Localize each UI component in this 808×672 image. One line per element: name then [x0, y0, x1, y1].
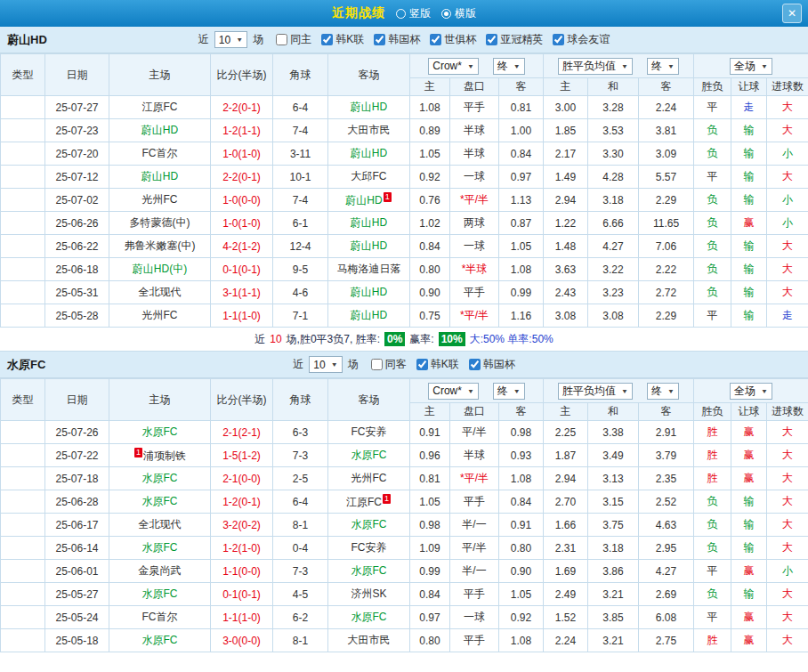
asian-home-odds-cell: 0.91 — [410, 421, 450, 444]
filter-checkbox[interactable]: 亚冠精英 — [486, 32, 543, 47]
checkbox-label: 亚冠精英 — [500, 32, 543, 47]
layout-radio-horizontal[interactable]: 横版 — [441, 6, 476, 21]
date-cell: 25-05-24 — [45, 606, 109, 629]
result-goals-cell: 大 — [767, 96, 808, 119]
team-name-text: 蔚山HD(中) — [133, 263, 187, 275]
odds-company-select[interactable]: Crow* ▼ — [428, 58, 479, 75]
asian-away-odds-cell: 1.08 — [499, 629, 544, 652]
corner-cell: 10-1 — [273, 166, 328, 189]
asian-odds-controls: Crow* ▼ 终 ▼ — [410, 379, 544, 403]
result-goals-cell: 大 — [767, 166, 808, 189]
filter-checkbox[interactable]: 同客 — [371, 357, 407, 372]
result-wdl-cell: 负 — [694, 258, 731, 281]
corner-cell: 6-4 — [273, 96, 328, 119]
asian-home-odds-cell: 0.90 — [410, 281, 450, 304]
checkbox-input[interactable] — [416, 359, 428, 370]
summary-body: 场,胜0平3负7, 胜率: — [287, 332, 380, 347]
asian-away-odds-cell: 0.93 — [499, 444, 544, 467]
home-team-cell: 江原FC — [109, 96, 211, 119]
result-goals-cell: 大 — [767, 490, 808, 514]
filter-checkbox[interactable]: 韩K联 — [321, 32, 364, 47]
scope-select[interactable]: 全场 ▼ — [730, 58, 772, 75]
filter-checkbox[interactable]: 世俱杯 — [430, 32, 476, 47]
date-cell: 25-06-18 — [45, 258, 109, 281]
section-ulsan-hd: 蔚山HD 近 10 ▼ 场 同主韩K联韩国杯世俱杯亚冠精英球会友谊 类型 日期 … — [0, 27, 808, 352]
chevron-down-icon: ▼ — [621, 62, 628, 69]
checkbox-input[interactable] — [430, 34, 441, 45]
corner-cell: 9-5 — [273, 258, 328, 281]
away-team-cell: 水原FC — [328, 514, 410, 537]
match-count-select[interactable]: 10 ▼ — [214, 31, 247, 48]
checkbox-input[interactable] — [486, 34, 497, 45]
asian-home-odds-cell: 0.89 — [410, 119, 450, 142]
filter-checkbox[interactable]: 同主 — [276, 32, 311, 47]
euro-avg-select[interactable]: 胜平负均值 ▼ — [558, 383, 633, 400]
radio-label: 横版 — [455, 6, 476, 21]
euro-away-odds-cell: 4.27 — [639, 560, 694, 583]
score-cell: 1-0(1-0) — [211, 142, 273, 166]
final-odds-select[interactable]: 终 ▼ — [647, 383, 679, 400]
chevron-down-icon: ▼ — [667, 62, 675, 69]
filter-checkbox[interactable]: 韩国杯 — [374, 32, 420, 47]
checkbox-input[interactable] — [321, 34, 333, 45]
checkbox-input[interactable] — [469, 359, 481, 370]
asian-away-odds-cell: 0.84 — [499, 490, 544, 514]
match-count-select[interactable]: 10 ▼ — [309, 356, 342, 373]
col-asian-home: 主 — [410, 403, 450, 421]
checkbox-input[interactable] — [371, 359, 383, 370]
match-row: 韩K联25-07-18水原FC2-1(0-0)2-5光州FC0.81*平/半1.… — [1, 467, 808, 490]
euro-draw-odds-cell: 3.30 — [588, 142, 639, 166]
scope-controls: 全场 ▼ — [694, 379, 808, 403]
filter-checkbox[interactable]: 韩国杯 — [469, 357, 515, 372]
result-handicap-cell: 输 — [731, 119, 767, 142]
score-cell: 2-1(0-0) — [211, 467, 273, 490]
checkbox-label: 韩K联 — [431, 357, 459, 372]
result-handicap-cell: 输 — [731, 142, 767, 166]
date-cell: 25-07-26 — [45, 421, 109, 444]
page-title: 近期战绩 — [332, 5, 385, 21]
league-type-cell: 世俱杯 — [1, 235, 45, 258]
filter-checkbox[interactable]: 韩K联 — [416, 357, 459, 372]
scope-select[interactable]: 全场 ▼ — [730, 383, 772, 400]
euro-home-odds-cell: 2.24 — [544, 629, 588, 652]
layout-radio-vertical[interactable]: 竖版 — [396, 6, 431, 21]
team-name-text: 江原FC — [346, 496, 382, 508]
final-odds-select[interactable]: 终 ▼ — [493, 383, 525, 400]
home-team-cell: FC首尔 — [109, 142, 211, 166]
euro-avg-select[interactable]: 胜平负均值 ▼ — [558, 58, 633, 75]
final-odds-select[interactable]: 终 ▼ — [493, 58, 525, 75]
asian-home-odds-cell: 0.98 — [410, 514, 450, 537]
home-team-cell: 水原FC — [109, 537, 211, 560]
score-cell: 2-1(2-1) — [211, 421, 273, 444]
asian-home-odds-cell: 0.92 — [410, 166, 450, 189]
filter-checkbox[interactable]: 球会友谊 — [553, 32, 610, 47]
team-name-text: 水原FC — [142, 541, 178, 554]
odds-company-select[interactable]: Crow* ▼ — [428, 383, 479, 400]
home-team-cell: 水原FC — [109, 583, 211, 606]
result-goals-cell: 大 — [767, 583, 808, 606]
league-type-cell: 韩K联 — [1, 490, 45, 514]
matches-tbody: 韩K联25-07-27江原FC2-2(0-1)6-4蔚山HD1.08平手0.81… — [1, 96, 808, 328]
league-type-cell: 韩K联 — [1, 96, 45, 119]
home-team-cell: 蔚山HD — [109, 166, 211, 189]
euro-home-odds-cell: 1.87 — [544, 444, 588, 467]
team-name-text: 金泉尚武 — [139, 564, 182, 577]
handicap-cell: *平/半 — [450, 304, 499, 328]
scope-controls: 全场 ▼ — [694, 54, 808, 78]
date-cell: 25-05-31 — [45, 281, 109, 304]
checkbox-input[interactable] — [374, 34, 385, 45]
corner-cell: 6-2 — [273, 606, 328, 629]
euro-away-odds-cell: 2.24 — [639, 96, 694, 119]
match-row: 韩K联25-07-23蔚山HD1-2(1-1)7-4大田市民0.89半球1.00… — [1, 119, 808, 142]
euro-draw-odds-cell: 4.28 — [588, 166, 639, 189]
close-button[interactable]: ✕ — [782, 4, 802, 23]
team-name-text: 马梅洛迪日落 — [337, 263, 401, 275]
match-row: 韩K联25-07-12蔚山HD2-2(0-1)10-1大邱FC0.92一球0.9… — [1, 166, 808, 189]
score-cell: 3-0(0-0) — [211, 629, 273, 652]
checkbox-input[interactable] — [553, 34, 564, 45]
final-odds-select[interactable]: 终 ▼ — [647, 58, 679, 75]
checkbox-label: 韩国杯 — [483, 357, 515, 372]
checkbox-input[interactable] — [276, 34, 287, 45]
asian-home-odds-cell: 0.84 — [410, 235, 450, 258]
euro-home-odds-cell: 2.43 — [544, 281, 588, 304]
